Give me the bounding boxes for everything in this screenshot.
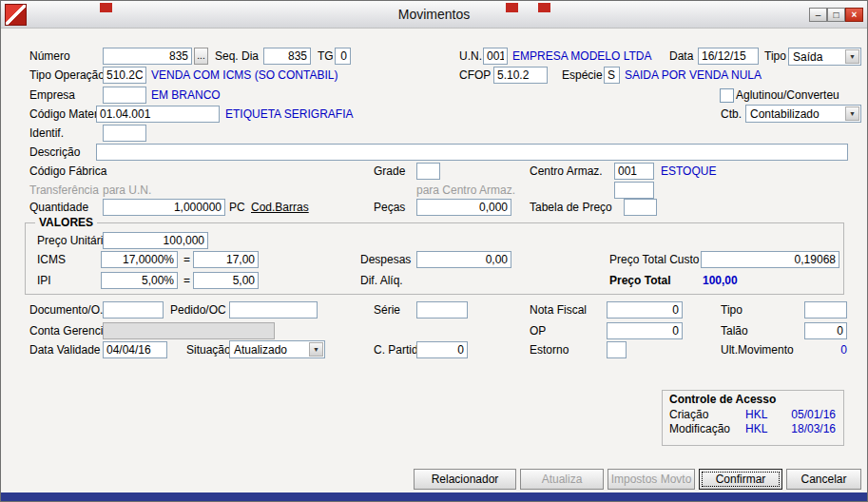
tg-label: TG	[318, 49, 334, 63]
talao-label: Talão	[721, 324, 748, 338]
documento-os-input[interactable]	[103, 301, 164, 319]
chevron-down-icon[interactable]: ▼	[845, 49, 859, 64]
quantidade-input[interactable]	[103, 199, 225, 216]
cod-barras-link[interactable]: Cod.Barras	[251, 201, 309, 214]
tipo-operacao-input[interactable]	[103, 67, 146, 84]
cfop-input[interactable]	[493, 67, 548, 84]
transferencia-label: Transferência	[29, 183, 99, 197]
centro-armaz-display: ESTOQUE	[661, 164, 716, 178]
preco-total-label: Preço Total	[609, 274, 670, 287]
documento-os-label: Documento/O.S	[29, 303, 110, 317]
despesas-label: Despesas	[360, 253, 411, 266]
ipi-equals-label: =	[183, 274, 190, 287]
close-button[interactable]: ×	[845, 8, 863, 22]
modificacao-date: 18/03/16	[779, 422, 836, 435]
un-input[interactable]	[483, 48, 508, 65]
chevron-down-icon[interactable]: ▼	[845, 106, 859, 121]
ult-movimento-value: 0	[804, 343, 847, 357]
nota-fiscal-input[interactable]	[607, 301, 683, 319]
modificacao-label: Modificação	[669, 422, 730, 435]
situacao-select[interactable]: Atualizado ▼	[229, 340, 325, 358]
pecas-label: Peças	[374, 201, 405, 214]
icms-equals-label: =	[183, 253, 190, 266]
situacao-select-value: Atualizado	[234, 343, 287, 357]
especie-input[interactable]	[604, 67, 620, 84]
cancelar-button[interactable]: Cancelar	[786, 469, 861, 490]
tabela-preco-input[interactable]	[624, 199, 657, 216]
numero-label: Número	[29, 49, 70, 63]
empresa-label: Empresa	[29, 88, 75, 102]
serie-label: Série	[374, 303, 400, 317]
despesas-input[interactable]	[416, 251, 511, 268]
minimize-button[interactable]: –	[809, 8, 827, 22]
criacao-user: HKL	[745, 408, 767, 421]
descricao-input[interactable]	[96, 144, 848, 161]
nota-fiscal-label: Nota Fiscal	[530, 303, 587, 317]
criacao-date: 05/01/16	[779, 408, 836, 421]
centro-armaz-destino-input[interactable]	[614, 182, 654, 199]
grade-label: Grade	[374, 164, 405, 178]
serie-input[interactable]	[416, 301, 468, 319]
ctb-label: Ctb.	[721, 107, 742, 121]
conta-gerencial-label: Conta Gerencial	[29, 324, 112, 338]
estorno-input[interactable]	[607, 341, 627, 358]
status-bar	[1, 492, 867, 501]
data-label: Data	[669, 49, 693, 63]
atualiza-button: Atualiza	[520, 469, 604, 490]
relacionador-button[interactable]: Relacionador	[414, 469, 516, 490]
tipo-select-value: Saída	[793, 50, 822, 64]
numero-browse-button[interactable]: ...	[194, 48, 208, 65]
empresa-input[interactable]	[103, 87, 146, 104]
quantidade-unit-label: PC	[229, 201, 245, 214]
centro-armaz-input[interactable]	[614, 163, 654, 180]
tipo-operacao-label: Tipo Operação	[29, 68, 105, 82]
codigo-material-input[interactable]	[96, 106, 220, 123]
cfop-label: CFOP	[459, 68, 491, 82]
dif-aliq-label: Dif. Alíq.	[360, 274, 403, 287]
identif-input[interactable]	[103, 125, 146, 142]
preco-unitario-label: Preço Unitário	[37, 234, 109, 247]
ctb-select[interactable]: Contabilizado ▼	[745, 105, 861, 123]
empresa-display: EM BRANCO	[151, 88, 221, 102]
ipi-valor-input[interactable]	[193, 272, 259, 289]
aglutinou-checkbox[interactable]	[720, 88, 734, 103]
icms-label: ICMS	[37, 253, 66, 266]
ult-movimento-label: Ult.Movimento	[721, 343, 794, 357]
preco-unitario-input[interactable]	[103, 232, 208, 249]
controle-acesso-title: Controle de Acesso	[669, 393, 776, 406]
aglutinou-label: Aglutinou/Converteu	[736, 88, 839, 102]
icms-pct-input[interactable]	[101, 251, 178, 268]
op-input[interactable]	[607, 322, 683, 339]
tg-input[interactable]	[335, 48, 351, 65]
tipo-nf-label: Tipo	[721, 303, 743, 317]
conta-gerencial-input	[103, 322, 275, 339]
criacao-label: Criação	[669, 408, 708, 421]
un-label: U.N.	[459, 49, 482, 63]
transferencia-para-centro-label: para Centro Armaz.	[416, 183, 515, 197]
data-validade-label: Data Validade	[29, 343, 101, 357]
numero-input[interactable]	[103, 48, 192, 65]
confirmar-button[interactable]: Confirmar	[699, 469, 782, 490]
especie-display: SAIDA POR VENDA NULA	[625, 68, 762, 82]
tipo-nf-input[interactable]	[804, 301, 847, 319]
chevron-down-icon[interactable]: ▼	[309, 342, 323, 357]
data-validade-input[interactable]	[103, 341, 167, 358]
grade-input[interactable]	[416, 163, 440, 180]
op-label: OP	[530, 324, 546, 338]
data-input[interactable]	[698, 48, 759, 65]
talao-input[interactable]	[804, 322, 847, 339]
c-partida-input[interactable]	[416, 341, 468, 358]
movimentos-window: Movimentos – □ × Número ... Seq. Dia TG …	[0, 0, 868, 502]
seq-dia-input[interactable]	[263, 48, 311, 65]
preco-total-custo-input[interactable]	[701, 251, 839, 268]
pedido-oc-input[interactable]	[229, 301, 318, 319]
valores-title: VALORES	[35, 216, 97, 229]
ipi-pct-input[interactable]	[101, 272, 178, 289]
tabela-preco-label: Tabela de Preço	[530, 201, 612, 214]
tipo-select[interactable]: Saída ▼	[788, 48, 861, 66]
tipo-label: Tipo	[764, 49, 786, 63]
pecas-input[interactable]	[416, 199, 511, 216]
maximize-button[interactable]: □	[827, 8, 845, 22]
icms-valor-input[interactable]	[193, 251, 259, 268]
transferencia-para-un-label: para U.N.	[103, 183, 151, 197]
